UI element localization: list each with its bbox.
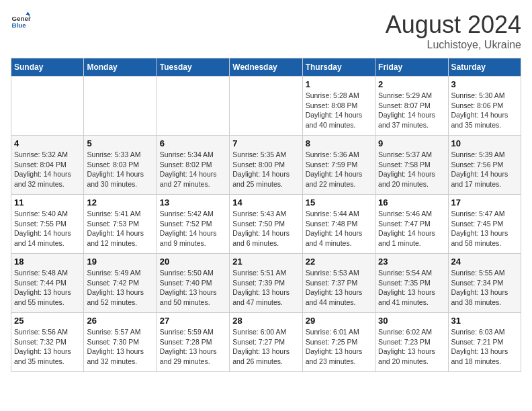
day-info: Sunrise: 5:48 AM Sunset: 7:44 PM Dayligh… — [14, 268, 81, 308]
day-info: Sunrise: 6:01 AM Sunset: 7:25 PM Dayligh… — [306, 327, 372, 367]
day-cell: 14Sunrise: 5:43 AM Sunset: 7:50 PM Dayli… — [230, 195, 302, 254]
day-cell: 24Sunrise: 5:55 AM Sunset: 7:34 PM Dayli… — [448, 254, 521, 313]
weekday-header-saturday: Saturday — [448, 58, 521, 77]
day-cell: 13Sunrise: 5:42 AM Sunset: 7:52 PM Dayli… — [157, 195, 229, 254]
day-number: 31 — [451, 316, 518, 326]
day-info: Sunrise: 5:34 AM Sunset: 8:02 PM Dayligh… — [160, 150, 226, 189]
day-cell: 1Sunrise: 5:28 AM Sunset: 8:08 PM Daylig… — [302, 77, 375, 136]
day-number: 21 — [232, 257, 299, 267]
day-cell: 3Sunrise: 5:30 AM Sunset: 8:06 PM Daylig… — [448, 77, 521, 136]
day-info: Sunrise: 5:49 AM Sunset: 7:42 PM Dayligh… — [87, 268, 153, 308]
day-cell: 26Sunrise: 5:57 AM Sunset: 7:30 PM Dayli… — [84, 313, 157, 372]
day-info: Sunrise: 5:56 AM Sunset: 7:32 PM Dayligh… — [14, 327, 81, 367]
day-info: Sunrise: 5:43 AM Sunset: 7:50 PM Dayligh… — [232, 209, 299, 248]
weekday-header-tuesday: Tuesday — [157, 58, 229, 77]
day-cell: 30Sunrise: 6:02 AM Sunset: 7:23 PM Dayli… — [375, 313, 448, 372]
day-info: Sunrise: 5:39 AM Sunset: 7:56 PM Dayligh… — [451, 150, 518, 189]
weekday-header-monday: Monday — [84, 58, 157, 77]
day-info: Sunrise: 6:03 AM Sunset: 7:21 PM Dayligh… — [451, 327, 518, 367]
day-cell: 18Sunrise: 5:48 AM Sunset: 7:44 PM Dayli… — [11, 254, 84, 313]
day-info: Sunrise: 5:32 AM Sunset: 8:04 PM Dayligh… — [14, 150, 81, 189]
day-number: 19 — [87, 257, 153, 267]
day-cell: 23Sunrise: 5:54 AM Sunset: 7:35 PM Dayli… — [375, 254, 448, 313]
day-cell: 7Sunrise: 5:35 AM Sunset: 8:00 PM Daylig… — [230, 136, 302, 195]
day-info: Sunrise: 5:40 AM Sunset: 7:55 PM Dayligh… — [14, 209, 81, 248]
day-info: Sunrise: 6:02 AM Sunset: 7:23 PM Dayligh… — [378, 327, 445, 367]
day-info: Sunrise: 5:29 AM Sunset: 8:07 PM Dayligh… — [378, 91, 445, 130]
day-info: Sunrise: 5:50 AM Sunset: 7:40 PM Dayligh… — [160, 268, 226, 308]
day-info: Sunrise: 5:42 AM Sunset: 7:52 PM Dayligh… — [160, 209, 226, 248]
day-info: Sunrise: 5:44 AM Sunset: 7:48 PM Dayligh… — [306, 209, 372, 248]
title-block: August 2024 Luchistoye, Ukraine — [386, 11, 521, 51]
day-info: Sunrise: 5:37 AM Sunset: 7:58 PM Dayligh… — [378, 150, 445, 189]
day-cell — [84, 77, 157, 136]
day-cell: 5Sunrise: 5:33 AM Sunset: 8:03 PM Daylig… — [84, 136, 157, 195]
day-info: Sunrise: 5:35 AM Sunset: 8:00 PM Dayligh… — [232, 150, 299, 189]
day-cell: 25Sunrise: 5:56 AM Sunset: 7:32 PM Dayli… — [11, 313, 84, 372]
day-info: Sunrise: 5:36 AM Sunset: 7:59 PM Dayligh… — [306, 150, 372, 189]
day-number: 9 — [378, 138, 445, 148]
day-number: 23 — [378, 257, 445, 267]
day-number: 2 — [378, 79, 445, 89]
logo: General Blue — [11, 11, 31, 31]
day-number: 27 — [160, 316, 226, 326]
day-info: Sunrise: 5:28 AM Sunset: 8:08 PM Dayligh… — [306, 91, 372, 130]
day-cell: 20Sunrise: 5:50 AM Sunset: 7:40 PM Dayli… — [157, 254, 229, 313]
day-cell: 2Sunrise: 5:29 AM Sunset: 8:07 PM Daylig… — [375, 77, 448, 136]
day-number: 6 — [160, 138, 226, 148]
day-number: 16 — [378, 197, 445, 208]
svg-marker-2 — [26, 12, 30, 15]
day-info: Sunrise: 5:30 AM Sunset: 8:06 PM Dayligh… — [451, 91, 518, 130]
day-cell — [157, 77, 229, 136]
day-cell: 22Sunrise: 5:53 AM Sunset: 7:37 PM Dayli… — [302, 254, 375, 313]
day-number: 30 — [378, 316, 445, 326]
week-row-1: 1Sunrise: 5:28 AM Sunset: 8:08 PM Daylig… — [11, 77, 521, 136]
day-cell: 4Sunrise: 5:32 AM Sunset: 8:04 PM Daylig… — [11, 136, 84, 195]
day-cell — [11, 77, 84, 136]
day-cell: 11Sunrise: 5:40 AM Sunset: 7:55 PM Dayli… — [11, 195, 84, 254]
weekday-header-thursday: Thursday — [302, 58, 375, 77]
day-cell: 9Sunrise: 5:37 AM Sunset: 7:58 PM Daylig… — [375, 136, 448, 195]
day-number: 28 — [232, 316, 299, 326]
page-header: General Blue August 2024 Luchistoye, Ukr… — [11, 11, 521, 51]
week-row-2: 4Sunrise: 5:32 AM Sunset: 8:04 PM Daylig… — [11, 136, 521, 195]
day-info: Sunrise: 5:46 AM Sunset: 7:47 PM Dayligh… — [378, 209, 445, 248]
day-info: Sunrise: 5:33 AM Sunset: 8:03 PM Dayligh… — [87, 150, 153, 189]
location-title: Luchistoye, Ukraine — [386, 39, 521, 51]
weekday-header-friday: Friday — [375, 58, 448, 77]
day-number: 12 — [87, 197, 153, 208]
day-info: Sunrise: 5:47 AM Sunset: 7:45 PM Dayligh… — [451, 209, 518, 248]
day-cell: 29Sunrise: 6:01 AM Sunset: 7:25 PM Dayli… — [302, 313, 375, 372]
logo-icon: General Blue — [11, 11, 31, 31]
day-number: 4 — [14, 138, 81, 148]
day-info: Sunrise: 5:41 AM Sunset: 7:53 PM Dayligh… — [87, 209, 153, 248]
day-info: Sunrise: 5:53 AM Sunset: 7:37 PM Dayligh… — [306, 268, 372, 308]
day-info: Sunrise: 6:00 AM Sunset: 7:27 PM Dayligh… — [232, 327, 299, 367]
day-number: 17 — [451, 197, 518, 208]
day-cell: 15Sunrise: 5:44 AM Sunset: 7:48 PM Dayli… — [302, 195, 375, 254]
week-row-5: 25Sunrise: 5:56 AM Sunset: 7:32 PM Dayli… — [11, 313, 521, 372]
day-cell: 17Sunrise: 5:47 AM Sunset: 7:45 PM Dayli… — [448, 195, 521, 254]
day-number: 14 — [232, 197, 299, 208]
day-number: 1 — [306, 79, 372, 89]
day-number: 15 — [306, 197, 372, 208]
day-number: 10 — [451, 138, 518, 148]
day-number: 24 — [451, 257, 518, 267]
day-number: 25 — [14, 316, 81, 326]
day-cell: 8Sunrise: 5:36 AM Sunset: 7:59 PM Daylig… — [302, 136, 375, 195]
day-cell: 28Sunrise: 6:00 AM Sunset: 7:27 PM Dayli… — [230, 313, 302, 372]
day-info: Sunrise: 5:57 AM Sunset: 7:30 PM Dayligh… — [87, 327, 153, 367]
day-number: 3 — [451, 79, 518, 89]
day-cell — [230, 77, 302, 136]
week-row-4: 18Sunrise: 5:48 AM Sunset: 7:44 PM Dayli… — [11, 254, 521, 313]
day-info: Sunrise: 5:55 AM Sunset: 7:34 PM Dayligh… — [451, 268, 518, 308]
day-number: 5 — [87, 138, 153, 148]
day-number: 13 — [160, 197, 226, 208]
day-cell: 21Sunrise: 5:51 AM Sunset: 7:39 PM Dayli… — [230, 254, 302, 313]
month-title: August 2024 — [386, 11, 521, 39]
day-cell: 19Sunrise: 5:49 AM Sunset: 7:42 PM Dayli… — [84, 254, 157, 313]
day-number: 22 — [306, 257, 372, 267]
day-cell: 16Sunrise: 5:46 AM Sunset: 7:47 PM Dayli… — [375, 195, 448, 254]
day-info: Sunrise: 5:51 AM Sunset: 7:39 PM Dayligh… — [232, 268, 299, 308]
weekday-header-sunday: Sunday — [11, 58, 84, 77]
